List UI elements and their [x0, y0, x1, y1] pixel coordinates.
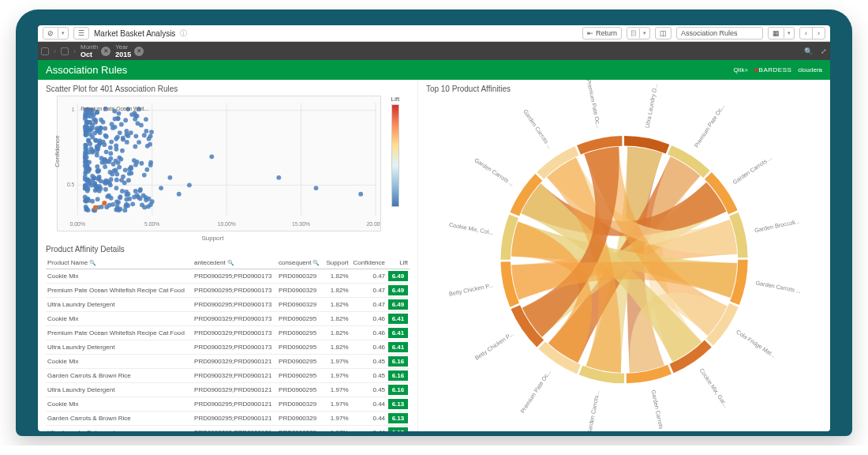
svg-point-270 [85, 167, 90, 171]
bookmark-icon[interactable]: ◫ [655, 27, 672, 39]
svg-text:Garden Broccoli...: Garden Broccoli... [754, 217, 800, 234]
logos: Qlik● ■BARDESS cloudera [734, 66, 822, 73]
svg-text:0.5: 0.5 [67, 182, 75, 187]
svg-point-286 [119, 178, 124, 182]
chord-canvas[interactable]: Ultra Laundry D...Premium Pate Oc...Gard… [418, 80, 830, 431]
device-dropdown[interactable]: ⌸▾ [627, 27, 650, 39]
clear-filter-icon[interactable]: ✕ [134, 47, 144, 56]
svg-point-119 [119, 122, 124, 127]
col-confidence[interactable]: Confidence [350, 257, 387, 269]
svg-point-220 [124, 202, 129, 207]
affinity-table[interactable]: Product NameantecedentconsequentSupportC… [46, 257, 410, 431]
svg-text:Premium Pate Oc...: Premium Pate Oc... [693, 103, 726, 149]
svg-point-271 [99, 205, 104, 209]
selections-tool-icon[interactable]: ⤢ [821, 47, 827, 55]
table-row[interactable]: Garden Carrots & Brown RicePRD0900329;PR… [46, 369, 410, 383]
svg-point-298 [115, 204, 120, 209]
svg-point-315 [103, 160, 107, 165]
top-toolbar: ⊘ ▾ ☰ Market Basket Analysis ⓘ ⇤ Return … [38, 25, 830, 42]
save-icon[interactable]: ⊘ [43, 28, 58, 39]
sheet-selector[interactable]: Association Rules [676, 27, 763, 39]
svg-point-302 [84, 198, 88, 203]
table-row[interactable]: Ultra Laundry DetergentPRD0900329;PRD090… [46, 340, 410, 355]
svg-point-314 [87, 120, 92, 125]
prev-sheet-button[interactable]: ‹ [800, 28, 812, 39]
svg-point-170 [108, 151, 113, 156]
table-row[interactable]: Premium Pate Ocean Whitefish Recipe Cat … [46, 326, 410, 340]
grid-dropdown[interactable]: ▦▾ [768, 27, 795, 39]
svg-text:Cookie Mix, Gar...: Cookie Mix, Gar... [698, 367, 730, 409]
svg-point-275 [125, 193, 129, 197]
svg-point-190 [118, 194, 123, 199]
table-row[interactable]: Cookie MixPRD0900295;PRD0900121PRD090032… [46, 397, 410, 412]
monitor-icon[interactable]: ⌸ [627, 28, 639, 39]
scatter-title: Scatter Plot for 401 Association Rules [38, 80, 417, 96]
clear-filter-icon[interactable]: ✕ [101, 47, 110, 56]
right-pane: Top 10 Product Affinities Ultra Laundry … [418, 80, 830, 431]
col-consequent[interactable]: consequent [277, 257, 324, 269]
table-row[interactable]: Ultra Laundry DetergentPRD0900329;PRD090… [46, 383, 410, 397]
col-product-name[interactable]: Product Name [46, 257, 193, 269]
svg-point-305 [85, 189, 90, 194]
table-row[interactable]: Cookie MixPRD0900329;PRD0900121PRD090029… [46, 355, 410, 369]
col-lift[interactable]: Lift [387, 257, 410, 269]
grid-icon[interactable]: ▦ [769, 28, 784, 39]
svg-point-209 [95, 164, 99, 169]
chevron-down-icon[interactable]: ▾ [784, 28, 794, 38]
svg-point-313 [125, 132, 129, 137]
x-axis-label: Support [38, 235, 387, 242]
svg-point-157 [135, 160, 140, 164]
logo-bardess: ■BARDESS [754, 66, 791, 73]
next-sheet-button[interactable]: › [812, 28, 825, 39]
save-dropdown[interactable]: ⊘ ▾ [43, 27, 69, 39]
svg-point-42 [120, 189, 125, 194]
list-icon[interactable]: ☰ [73, 27, 89, 39]
svg-point-307 [105, 194, 110, 199]
svg-point-52 [209, 154, 214, 159]
filter-month[interactable]: MonthOct ✕ [80, 43, 110, 58]
logo-cloudera: cloudera [798, 66, 822, 73]
chevron-down-icon[interactable]: ▾ [58, 28, 68, 38]
svg-point-280 [108, 156, 113, 161]
table-title: Product Affinity Details [46, 242, 410, 257]
svg-point-279 [124, 197, 129, 201]
table-row[interactable]: Cookie MixPRD0900329;PRD0900173PRD090029… [46, 312, 410, 326]
svg-point-255 [130, 201, 135, 206]
svg-point-73 [118, 130, 122, 135]
filter-value: Oct [80, 51, 98, 58]
svg-point-254 [114, 159, 118, 164]
col-support[interactable]: Support [324, 257, 350, 269]
return-button[interactable]: ⇤ Return [582, 27, 622, 39]
svg-point-224 [86, 139, 91, 144]
step-back-icon[interactable] [41, 47, 49, 55]
svg-point-110 [144, 129, 148, 133]
svg-point-51 [187, 182, 192, 187]
svg-point-309 [84, 159, 88, 164]
sheet-nav[interactable]: ‹ › [799, 27, 825, 39]
lift-label: Lift [383, 96, 408, 103]
table-row[interactable]: Ultra Laundry DetergentPRD0900295;PRD090… [46, 298, 410, 312]
svg-point-242 [86, 178, 91, 182]
svg-text:Premium Pate Oc...: Premium Pate Oc... [518, 368, 552, 414]
scatter-canvas[interactable]: 0.00%5.00%10.00%15.00%20.00%0.51Premium … [57, 96, 381, 231]
table-row[interactable]: Premium Pate Ocean Whitefish Recipe Cat … [46, 284, 410, 298]
table-row[interactable]: Ultra Laundry DetergentPRD0900295;PRD090… [46, 426, 410, 432]
search-icon[interactable]: 🔍 [804, 47, 813, 55]
svg-text:Cola Fridge Mat...: Cola Fridge Mat... [735, 329, 776, 359]
svg-point-159 [109, 140, 114, 145]
svg-point-41 [114, 186, 119, 190]
filter-year[interactable]: Year2015 ✕ [115, 43, 144, 58]
chord-diagram[interactable]: Ultra Laundry D...Premium Pate Oc...Gard… [418, 80, 830, 431]
col-antecedent[interactable]: antecedent [193, 257, 277, 269]
table-row[interactable]: Garden Carrots & Brown RicePRD0900295;PR… [46, 412, 410, 426]
scatter-plot[interactable]: Confidence 0.00%5.00%10.00%15.00%20.00%0… [57, 96, 381, 231]
sheet-title: Association Rules [46, 64, 127, 76]
svg-point-222 [84, 205, 88, 209]
svg-point-246 [137, 195, 141, 200]
svg-point-278 [97, 184, 102, 189]
table-row[interactable]: Cookie MixPRD0900295;PRD0900173PRD090032… [46, 269, 410, 284]
chevron-down-icon[interactable]: ▾ [639, 28, 649, 38]
svg-point-301 [139, 161, 144, 166]
info-icon[interactable]: ⓘ [180, 28, 187, 39]
step-forward-icon[interactable] [61, 47, 69, 55]
